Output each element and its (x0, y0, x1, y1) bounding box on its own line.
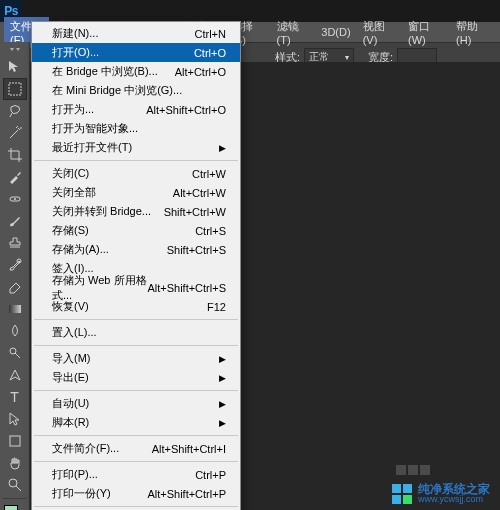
watermark-logo-icon (392, 484, 412, 504)
menu-item[interactable]: 导出(E)▶ (32, 368, 240, 387)
path-select-tool[interactable] (3, 408, 27, 430)
menu-item-label: 存储为(A)... (52, 242, 109, 257)
menu-item[interactable]: 脚本(R)▶ (32, 413, 240, 432)
menu-item-shortcut: Ctrl+P (195, 469, 226, 481)
menu-item[interactable]: 最近打开文件(T)▶ (32, 138, 240, 157)
menu-item-label: 置入(L)... (52, 325, 97, 340)
menu-item-shortcut: Shift+Ctrl+S (167, 244, 226, 256)
move-tool[interactable] (3, 56, 27, 78)
toolbox-collapse-handle[interactable] (0, 46, 30, 56)
menu-item[interactable]: 关闭并转到 Bridge...Shift+Ctrl+W (32, 202, 240, 221)
menu-item-label: 脚本(R) (52, 415, 89, 430)
color-swatches[interactable] (4, 505, 26, 510)
menu-item-label: 存储为 Web 所用格式... (52, 273, 147, 303)
shape-tool[interactable] (3, 430, 27, 452)
stamp-tool[interactable] (3, 232, 27, 254)
hand-tool[interactable] (3, 452, 27, 474)
menu-item-label: 打开为智能对象... (52, 121, 138, 136)
menu-10[interactable]: 帮助(H) (450, 17, 496, 48)
menu-separator (34, 435, 238, 436)
menu-item-label: 在 Bridge 中浏览(B)... (52, 64, 158, 79)
file-menu-dropdown: 新建(N)...Ctrl+N打开(O)...Ctrl+O在 Bridge 中浏览… (31, 21, 241, 510)
svg-point-6 (9, 479, 17, 487)
menu-item-label: 文件简介(F)... (52, 441, 119, 456)
menu-item[interactable]: 置入(L)... (32, 323, 240, 342)
toolbox-divider (3, 498, 26, 499)
foreground-swatch[interactable] (4, 505, 18, 510)
eraser-tool[interactable] (3, 276, 27, 298)
placeholder-icon (396, 465, 430, 475)
menu-item-shortcut: Ctrl+O (194, 47, 226, 59)
menu-item-shortcut: Ctrl+W (192, 168, 226, 180)
menu-item-label: 导出(E) (52, 370, 89, 385)
menu-item-shortcut: Alt+Ctrl+O (175, 66, 226, 78)
svg-rect-5 (10, 436, 20, 446)
menu-item[interactable]: 在 Mini Bridge 中浏览(G)... (32, 81, 240, 100)
marquee-tool[interactable] (3, 78, 27, 100)
healing-tool[interactable] (3, 188, 27, 210)
submenu-arrow-icon: ▶ (219, 418, 226, 428)
menu-item-shortcut: Alt+Shift+Ctrl+I (152, 443, 226, 455)
eyedropper-tool[interactable] (3, 166, 27, 188)
svg-rect-0 (9, 83, 21, 95)
menu-item-label: 打开(O)... (52, 45, 99, 60)
menu-item[interactable]: 关闭全部Alt+Ctrl+W (32, 183, 240, 202)
submenu-arrow-icon: ▶ (219, 399, 226, 409)
menu-item-label: 打开为... (52, 102, 94, 117)
menu-item-label: 在 Mini Bridge 中浏览(G)... (52, 83, 182, 98)
menu-item-shortcut: Alt+Shift+Ctrl+O (146, 104, 226, 116)
menu-item-label: 存储(S) (52, 223, 89, 238)
pen-tool[interactable] (3, 364, 27, 386)
menu-item-label: 新建(N)... (52, 26, 98, 41)
menu-item[interactable]: 文件简介(F)...Alt+Shift+Ctrl+I (32, 439, 240, 458)
type-tool[interactable]: T (3, 386, 27, 408)
menu-separator (34, 345, 238, 346)
menu-item[interactable]: 存储为(A)...Shift+Ctrl+S (32, 240, 240, 259)
history-brush-tool[interactable] (3, 254, 27, 276)
menu-item-shortcut: Alt+Shift+Ctrl+S (147, 282, 226, 294)
menu-separator (34, 390, 238, 391)
menu-separator (34, 319, 238, 320)
menu-item-label: 关闭全部 (52, 185, 96, 200)
menu-7[interactable]: 3D(D) (315, 24, 356, 40)
menu-item[interactable]: 自动(U)▶ (32, 394, 240, 413)
menu-8[interactable]: 视图(V) (357, 17, 402, 48)
submenu-arrow-icon: ▶ (219, 373, 226, 383)
menu-item[interactable]: 打印(P)...Ctrl+P (32, 465, 240, 484)
menu-item-label: 关闭并转到 Bridge... (52, 204, 151, 219)
dodge-tool[interactable] (3, 342, 27, 364)
menu-item-shortcut: Ctrl+S (195, 225, 226, 237)
blur-tool[interactable] (3, 320, 27, 342)
menu-item-label: 打印一份(Y) (52, 486, 111, 501)
menu-item[interactable]: 打印一份(Y)Alt+Shift+Ctrl+P (32, 484, 240, 503)
menu-item-label: 导入(M) (52, 351, 91, 366)
menu-item[interactable]: 打开为智能对象... (32, 119, 240, 138)
menu-item[interactable]: 关闭(C)Ctrl+W (32, 164, 240, 183)
menu-item-label: 最近打开文件(T) (52, 140, 132, 155)
menu-item[interactable]: 存储为 Web 所用格式...Alt+Shift+Ctrl+S (32, 278, 240, 297)
brush-tool[interactable] (3, 210, 27, 232)
menu-item[interactable]: 新建(N)...Ctrl+N (32, 24, 240, 43)
gradient-tool[interactable] (3, 298, 27, 320)
menu-item[interactable]: 打开(O)...Ctrl+O (32, 43, 240, 62)
menu-item-label: 自动(U) (52, 396, 89, 411)
menu-item-shortcut: Ctrl+N (195, 28, 226, 40)
lasso-tool[interactable] (3, 100, 27, 122)
menu-item[interactable]: 在 Bridge 中浏览(B)...Alt+Ctrl+O (32, 62, 240, 81)
toolbox: T (0, 42, 30, 510)
menu-item[interactable]: 打开为...Alt+Shift+Ctrl+O (32, 100, 240, 119)
submenu-arrow-icon: ▶ (219, 143, 226, 153)
menu-item-shortcut: Alt+Ctrl+W (173, 187, 226, 199)
crop-tool[interactable] (3, 144, 27, 166)
menu-item[interactable]: 存储(S)Ctrl+S (32, 221, 240, 240)
wand-tool[interactable] (3, 122, 27, 144)
watermark: 纯净系统之家 www.ycwsjj.com (392, 483, 490, 504)
menu-item[interactable]: 导入(M)▶ (32, 349, 240, 368)
menu-9[interactable]: 窗口(W) (402, 17, 450, 48)
menu-separator (34, 160, 238, 161)
menu-item-label: 恢复(V) (52, 299, 89, 314)
menu-6[interactable]: 滤镜(T) (271, 17, 316, 48)
zoom-tool[interactable] (3, 474, 27, 496)
watermark-url: www.ycwsjj.com (418, 495, 490, 504)
submenu-arrow-icon: ▶ (219, 354, 226, 364)
